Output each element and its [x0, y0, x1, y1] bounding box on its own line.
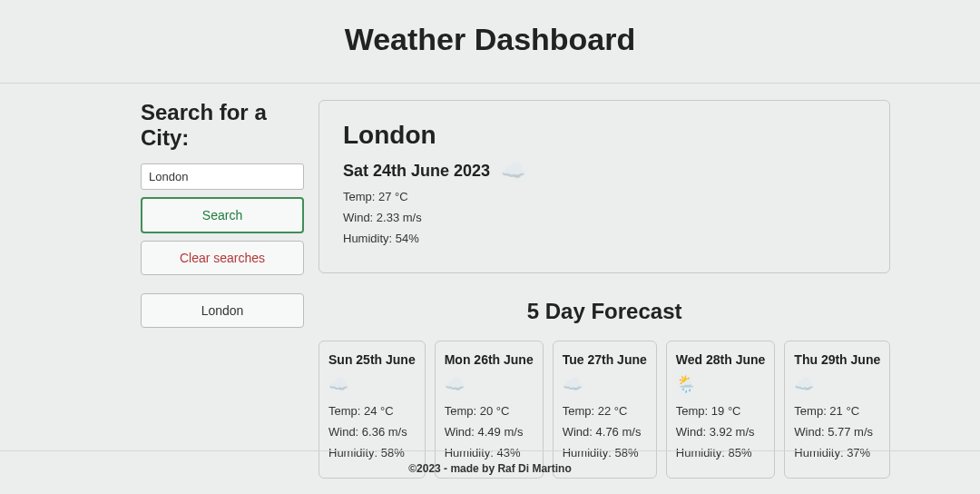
- current-temp: Temp: 27 °C: [343, 190, 866, 203]
- forecast-temp: Temp: 24 °C: [328, 404, 416, 418]
- forecast-wind: Wind: 6.36 m/s: [328, 425, 416, 439]
- forecast-temp: Temp: 21 °C: [794, 404, 880, 418]
- main-content: London Sat 24th June 2023 ☁️ Temp: 27 °C…: [318, 100, 980, 479]
- forecast-wind: Wind: 3.92 m/s: [676, 425, 766, 439]
- search-label: Search for a City:: [141, 100, 304, 151]
- cloud-icon: ☁️: [794, 376, 814, 392]
- forecast-date: Sun 25th June: [328, 352, 416, 367]
- cloud-icon: ☁️: [563, 376, 583, 392]
- sidebar: Search for a City: Search Clear searches…: [0, 100, 304, 479]
- page-title: Weather Dashboard: [0, 22, 980, 57]
- forecast-date: Tue 27th June: [563, 352, 647, 367]
- search-button[interactable]: Search: [141, 197, 304, 233]
- current-wind: Wind: 2.33 m/s: [343, 211, 866, 224]
- forecast-temp: Temp: 19 °C: [676, 404, 766, 418]
- clear-searches-button[interactable]: Clear searches: [141, 241, 304, 275]
- rain-icon: 🌦️: [676, 376, 696, 392]
- footer-text: ©2023 - made by Raf Di Martino: [408, 462, 572, 475]
- page-footer: ©2023 - made by Raf Di Martino: [0, 450, 980, 486]
- forecast-title: 5 Day Forecast: [318, 299, 890, 324]
- forecast-date: Mon 26th June: [445, 352, 534, 367]
- forecast-temp: Temp: 22 °C: [563, 404, 647, 418]
- cloud-icon: ☁️: [445, 376, 465, 392]
- forecast-date: Wed 28th June: [676, 352, 766, 367]
- search-input[interactable]: [141, 163, 304, 190]
- forecast-wind: Wind: 5.77 m/s: [794, 425, 880, 439]
- page-header: Weather Dashboard: [0, 0, 980, 84]
- forecast-wind: Wind: 4.49 m/s: [445, 425, 534, 439]
- current-city: London: [343, 121, 866, 150]
- current-humidity: Humidity: 54%: [343, 232, 866, 245]
- current-weather-card: London Sat 24th June 2023 ☁️ Temp: 27 °C…: [318, 100, 890, 273]
- cloud-icon: ☁️: [501, 161, 525, 181]
- current-date: Sat 24th June 2023: [343, 162, 490, 181]
- forecast-temp: Temp: 20 °C: [445, 404, 534, 418]
- forecast-date: Thu 29th June: [794, 352, 880, 367]
- history-item[interactable]: London: [141, 293, 304, 328]
- cloud-icon: ☁️: [328, 376, 348, 392]
- forecast-wind: Wind: 4.76 m/s: [563, 425, 647, 439]
